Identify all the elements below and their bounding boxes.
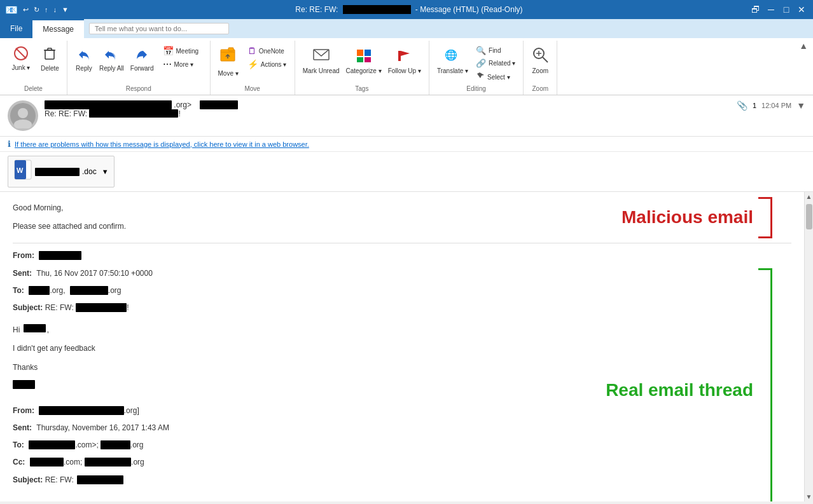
quick-access-redo[interactable]: ↻ <box>34 6 39 14</box>
mark-unread-button[interactable]: Mark Unread <box>300 44 342 76</box>
actions-icon: ⚡ <box>247 59 258 69</box>
signature <box>13 380 791 392</box>
delete-group-buttons: Junk ▾ Delete <box>5 42 62 73</box>
onenote-icon: 🗒 <box>247 46 256 56</box>
sender-avatar <box>8 100 38 131</box>
app-icon: 📧 <box>5 4 18 16</box>
ribbon-group-move: Move ▾ 🗒 OneNote ⚡ Actions ▾ Move <box>211 41 295 95</box>
reply-button[interactable]: Reply <box>73 44 95 73</box>
email-subject: Re: RE: FW: ! <box>45 109 730 118</box>
actions-button[interactable]: ⚡ Actions ▾ <box>245 58 289 71</box>
delete-button[interactable]: Delete <box>38 44 62 73</box>
attachment-item[interactable]: W .doc ▼ <box>8 156 115 187</box>
sent2-value: Thursday, November 16, 2017 1:43 AM <box>36 423 169 432</box>
onenote-button[interactable]: 🗒 OneNote <box>245 44 289 57</box>
zoom-button[interactable]: Zoom <box>529 44 552 76</box>
translate-button[interactable]: 🌐 Translate ▾ <box>434 44 471 76</box>
scroll-up-arrow[interactable]: ▲ <box>805 192 813 201</box>
close-button[interactable]: ✕ <box>795 3 808 16</box>
ribbon-group-editing: 🌐 Translate ▾ 🔍 Find 🔗 Related ▾ Sel <box>429 41 524 95</box>
quick-access-more[interactable]: ▼ <box>62 6 69 13</box>
svg-rect-11 <box>365 50 371 56</box>
sent-label: Sent: <box>13 269 32 278</box>
search-input[interactable] <box>89 23 229 34</box>
window-controls: 🗗 ─ □ ✕ <box>749 3 808 16</box>
quick-access-up[interactable]: ↑ <box>45 6 48 13</box>
related-label: Related ▾ <box>489 60 515 67</box>
reply-all-button[interactable]: Reply All <box>97 44 127 73</box>
body-line1: Please see attached and confirm. <box>13 221 791 233</box>
sent-value: Thu, 16 Nov 2017 07:50:10 +0000 <box>36 269 152 278</box>
to2a-redacted <box>29 440 75 449</box>
restore-button[interactable]: 🗗 <box>749 3 762 16</box>
from2-block: From: .org] <box>13 405 791 417</box>
info-icon: ℹ <box>8 139 11 149</box>
maximize-button[interactable]: □ <box>780 3 793 16</box>
sent2-block: Sent: Thursday, November 16, 2017 1:43 A… <box>13 422 791 434</box>
select-label: Select ▾ <box>487 74 510 81</box>
related-icon: 🔗 <box>476 58 486 68</box>
onenote-label: OneNote <box>259 48 284 55</box>
ribbon-collapse-button[interactable]: ▲ <box>799 41 808 51</box>
svg-line-18 <box>543 57 548 62</box>
move-button[interactable]: Move ▾ <box>216 44 241 78</box>
doc-icon: W <box>13 159 32 184</box>
sent2-label: Sent: <box>13 423 32 432</box>
email-time: 12:04 PM <box>761 102 791 109</box>
minimize-button[interactable]: ─ <box>765 3 777 16</box>
meeting-button[interactable]: 📅 Meeting <box>160 44 205 57</box>
move-label: Move ▾ <box>218 70 239 77</box>
find-button[interactable]: 🔍 Find <box>473 44 518 57</box>
from-label: From: <box>13 251 34 260</box>
subject2-block: Subject: RE: FW: <box>13 474 791 486</box>
email-body-wrapper: Malicious email Real email thread Good M… <box>0 192 813 501</box>
ribbon-group-tags: Mark Unread Categorize ▾ Follow Up ▾ Tag… <box>295 41 429 95</box>
tab-file[interactable]: File <box>0 19 32 38</box>
scroll-down-arrow[interactable]: ▼ <box>805 492 813 501</box>
cc2a-redacted <box>30 458 64 467</box>
forwarded-from: From: <box>13 250 791 262</box>
ribbon-group-zoom: Zoom Zoom <box>524 41 557 95</box>
quick-access-down[interactable]: ↓ <box>53 6 57 13</box>
categorize-label: Categorize ▾ <box>346 67 382 74</box>
reply-label: Reply <box>76 65 92 72</box>
scrollbar[interactable]: ▲ ▼ <box>804 192 813 501</box>
second-email-block: From: .org] Sent: Thursday, November 16,… <box>13 405 791 486</box>
title-bar: 📧 ↩ ↻ ↑ ↓ ▼ Re: RE: FW: redacted - Messa… <box>0 0 813 19</box>
svg-point-22 <box>18 108 28 118</box>
quick-access-undo[interactable]: ↩ <box>23 6 29 14</box>
follow-up-icon <box>396 46 413 66</box>
zoom-group-buttons: Zoom <box>529 42 552 76</box>
select-button[interactable]: Select ▾ <box>473 70 518 84</box>
svg-line-1 <box>16 48 26 58</box>
zoom-icon <box>531 46 549 66</box>
scroll-thumb[interactable] <box>806 204 812 229</box>
email-body: Malicious email Real email thread Good M… <box>0 192 804 501</box>
related-button[interactable]: 🔗 Related ▾ <box>473 57 518 69</box>
email-from: .org> <box>45 100 730 109</box>
meeting-icon: 📅 <box>163 46 174 56</box>
ribbon: Junk ▾ Delete Delete Reply <box>0 38 813 95</box>
more-button[interactable]: ⋯ More ▾ <box>160 58 205 71</box>
move-group-buttons: Move ▾ 🗒 OneNote ⚡ Actions ▾ <box>216 42 289 78</box>
zoom-label: Zoom <box>532 67 549 74</box>
hi-line: Hi , <box>13 324 791 336</box>
tab-message[interactable]: Message <box>32 19 84 38</box>
follow-up-button[interactable]: Follow Up ▾ <box>386 44 424 76</box>
junk-icon <box>13 46 29 64</box>
find-label: Find <box>489 47 501 54</box>
forward-button[interactable]: Forward <box>128 44 156 73</box>
to2b-redacted <box>101 440 130 449</box>
signature-redacted <box>13 380 35 389</box>
attachment-dropdown[interactable]: ▼ <box>102 168 109 175</box>
svg-rect-10 <box>357 50 363 56</box>
svg-rect-8 <box>228 48 233 51</box>
email-expand-button[interactable]: ▼ <box>796 100 805 111</box>
info-text[interactable]: If there are problems with how this mess… <box>15 140 309 148</box>
categorize-icon <box>355 46 373 66</box>
subject-value-redacted <box>76 303 127 312</box>
cc2b-redacted <box>85 458 131 467</box>
info-bar: ℹ If there are problems with how this me… <box>0 137 813 152</box>
junk-button[interactable]: Junk ▾ <box>5 44 37 72</box>
categorize-button[interactable]: Categorize ▾ <box>344 44 384 76</box>
